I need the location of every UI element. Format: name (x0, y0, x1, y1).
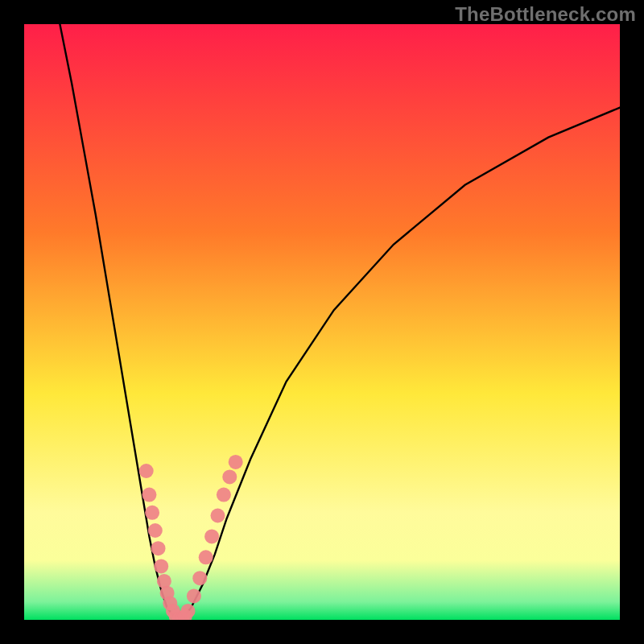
data-marker (199, 550, 213, 564)
data-marker (151, 541, 166, 555)
curve-right-branch (179, 108, 620, 620)
data-marker (211, 509, 225, 523)
data-marker (148, 523, 163, 538)
data-marker (142, 488, 156, 502)
data-marker (222, 469, 237, 484)
data-marker (187, 588, 201, 603)
curve-layer (24, 24, 620, 620)
data-marker (192, 571, 207, 585)
data-marker (229, 455, 243, 469)
data-markers (139, 455, 243, 620)
data-marker (139, 464, 154, 478)
data-marker (145, 506, 159, 520)
plot-area (24, 24, 620, 620)
data-marker (204, 529, 219, 543)
watermark-text: TheBottleneck.com (455, 3, 636, 26)
data-marker (154, 559, 168, 573)
data-marker (217, 488, 231, 502)
chart-stage: TheBottleneck.com (0, 0, 644, 644)
data-marker (181, 604, 196, 618)
